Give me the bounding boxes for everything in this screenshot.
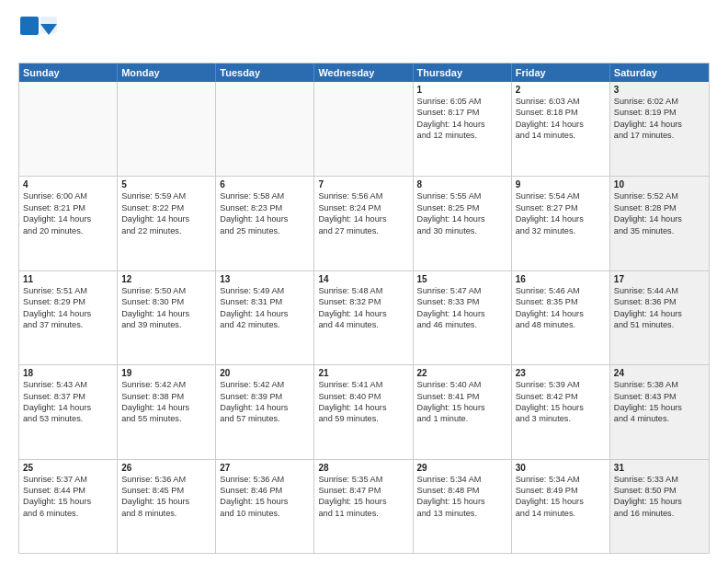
cell-text: Sunrise: 5:40 AM Sunset: 8:41 PM Dayligh…: [417, 379, 507, 425]
day-number: 30: [516, 463, 606, 473]
cell-text: Sunrise: 5:59 AM Sunset: 8:22 PM Dayligh…: [121, 190, 211, 236]
calendar-header: SundayMondayTuesdayWednesdayThursdayFrid…: [19, 63, 709, 82]
calendar-cell: 2Sunrise: 6:03 AM Sunset: 8:18 PM Daylig…: [512, 82, 610, 176]
cell-text: Sunrise: 5:37 AM Sunset: 8:44 PM Dayligh…: [23, 474, 113, 520]
day-number: 25: [23, 463, 113, 473]
logo: [18, 15, 59, 55]
day-number: 10: [614, 179, 705, 190]
calendar-cell: 26Sunrise: 5:36 AM Sunset: 8:45 PM Dayli…: [118, 460, 216, 553]
day-number: 6: [220, 179, 310, 190]
weekday-header-monday: Monday: [118, 63, 216, 82]
page: SundayMondayTuesdayWednesdayThursdayFrid…: [0, 0, 728, 563]
calendar-cell: [314, 82, 413, 176]
calendar-row-1: 1Sunrise: 6:05 AM Sunset: 8:17 PM Daylig…: [19, 82, 709, 176]
calendar-cell: 16Sunrise: 5:46 AM Sunset: 8:35 PM Dayli…: [512, 271, 610, 364]
cell-text: Sunrise: 5:36 AM Sunset: 8:45 PM Dayligh…: [121, 474, 211, 520]
cell-text: Sunrise: 5:36 AM Sunset: 8:46 PM Dayligh…: [220, 474, 310, 520]
calendar-cell: 17Sunrise: 5:44 AM Sunset: 8:36 PM Dayli…: [610, 271, 709, 364]
cell-text: Sunrise: 5:46 AM Sunset: 8:35 PM Dayligh…: [516, 285, 606, 331]
weekday-header-tuesday: Tuesday: [216, 63, 314, 82]
day-number: 19: [121, 368, 211, 378]
calendar-row-2: 4Sunrise: 6:00 AM Sunset: 8:21 PM Daylig…: [19, 176, 709, 270]
calendar-cell: 13Sunrise: 5:49 AM Sunset: 8:31 PM Dayli…: [216, 271, 314, 364]
svg-rect-0: [20, 17, 39, 35]
calendar-cell: 24Sunrise: 5:38 AM Sunset: 8:43 PM Dayli…: [610, 365, 709, 458]
calendar-cell: 14Sunrise: 5:48 AM Sunset: 8:32 PM Dayli…: [314, 271, 413, 364]
calendar: SundayMondayTuesdayWednesdayThursdayFrid…: [18, 63, 710, 554]
cell-text: Sunrise: 5:51 AM Sunset: 8:29 PM Dayligh…: [23, 285, 113, 331]
cell-text: Sunrise: 5:52 AM Sunset: 8:28 PM Dayligh…: [614, 190, 705, 236]
header: [18, 15, 710, 55]
calendar-body: 1Sunrise: 6:05 AM Sunset: 8:17 PM Daylig…: [19, 82, 709, 553]
day-number: 2: [516, 85, 606, 95]
cell-text: Sunrise: 6:03 AM Sunset: 8:18 PM Dayligh…: [516, 96, 606, 142]
calendar-cell: 4Sunrise: 6:00 AM Sunset: 8:21 PM Daylig…: [19, 177, 118, 270]
day-number: 4: [23, 179, 113, 190]
weekday-header-saturday: Saturday: [610, 63, 709, 82]
calendar-cell: 29Sunrise: 5:34 AM Sunset: 8:48 PM Dayli…: [414, 460, 512, 553]
weekday-header-friday: Friday: [512, 63, 610, 82]
day-number: 3: [614, 85, 705, 95]
day-number: 24: [614, 368, 705, 378]
calendar-cell: 28Sunrise: 5:35 AM Sunset: 8:47 PM Dayli…: [314, 460, 413, 553]
calendar-cell: 10Sunrise: 5:52 AM Sunset: 8:28 PM Dayli…: [610, 177, 709, 270]
cell-text: Sunrise: 5:41 AM Sunset: 8:40 PM Dayligh…: [318, 379, 408, 425]
cell-text: Sunrise: 5:48 AM Sunset: 8:32 PM Dayligh…: [318, 285, 408, 331]
calendar-cell: [19, 82, 118, 176]
cell-text: Sunrise: 5:42 AM Sunset: 8:39 PM Dayligh…: [220, 379, 310, 425]
day-number: 5: [121, 179, 211, 190]
day-number: 7: [318, 179, 408, 190]
day-number: 23: [516, 368, 606, 378]
calendar-row-3: 11Sunrise: 5:51 AM Sunset: 8:29 PM Dayli…: [19, 270, 709, 364]
calendar-cell: 25Sunrise: 5:37 AM Sunset: 8:44 PM Dayli…: [19, 460, 118, 553]
day-number: 8: [417, 179, 507, 190]
cell-text: Sunrise: 5:47 AM Sunset: 8:33 PM Dayligh…: [417, 285, 507, 331]
day-number: 13: [220, 274, 310, 284]
calendar-cell: 30Sunrise: 5:34 AM Sunset: 8:49 PM Dayli…: [512, 460, 610, 553]
cell-text: Sunrise: 5:58 AM Sunset: 8:23 PM Dayligh…: [220, 190, 310, 236]
day-number: 26: [121, 463, 211, 473]
calendar-cell: 15Sunrise: 5:47 AM Sunset: 8:33 PM Dayli…: [414, 271, 512, 364]
cell-text: Sunrise: 6:00 AM Sunset: 8:21 PM Dayligh…: [23, 190, 113, 236]
logo-icon: [18, 15, 59, 55]
day-number: 22: [417, 368, 507, 378]
day-number: 27: [220, 463, 310, 473]
cell-text: Sunrise: 5:55 AM Sunset: 8:25 PM Dayligh…: [417, 190, 507, 236]
day-number: 18: [23, 368, 113, 378]
day-number: 17: [614, 274, 705, 284]
weekday-header-thursday: Thursday: [414, 63, 512, 82]
cell-text: Sunrise: 5:54 AM Sunset: 8:27 PM Dayligh…: [516, 190, 606, 236]
day-number: 21: [318, 368, 408, 378]
cell-text: Sunrise: 5:43 AM Sunset: 8:37 PM Dayligh…: [23, 379, 113, 425]
day-number: 14: [318, 274, 408, 284]
cell-text: Sunrise: 6:05 AM Sunset: 8:17 PM Dayligh…: [417, 96, 507, 142]
cell-text: Sunrise: 5:34 AM Sunset: 8:48 PM Dayligh…: [417, 474, 507, 520]
cell-text: Sunrise: 5:49 AM Sunset: 8:31 PM Dayligh…: [220, 285, 310, 331]
day-number: 28: [318, 463, 408, 473]
cell-text: Sunrise: 5:35 AM Sunset: 8:47 PM Dayligh…: [318, 474, 408, 520]
day-number: 12: [121, 274, 211, 284]
calendar-cell: 1Sunrise: 6:05 AM Sunset: 8:17 PM Daylig…: [414, 82, 512, 176]
calendar-cell: 3Sunrise: 6:02 AM Sunset: 8:19 PM Daylig…: [610, 82, 709, 176]
cell-text: Sunrise: 6:02 AM Sunset: 8:19 PM Dayligh…: [614, 96, 705, 142]
calendar-cell: [118, 82, 216, 176]
calendar-cell: 8Sunrise: 5:55 AM Sunset: 8:25 PM Daylig…: [414, 177, 512, 270]
calendar-cell: 19Sunrise: 5:42 AM Sunset: 8:38 PM Dayli…: [118, 365, 216, 458]
calendar-cell: 12Sunrise: 5:50 AM Sunset: 8:30 PM Dayli…: [118, 271, 216, 364]
weekday-header-sunday: Sunday: [19, 63, 118, 82]
calendar-cell: 18Sunrise: 5:43 AM Sunset: 8:37 PM Dayli…: [19, 365, 118, 458]
cell-text: Sunrise: 5:50 AM Sunset: 8:30 PM Dayligh…: [121, 285, 211, 331]
cell-text: Sunrise: 5:42 AM Sunset: 8:38 PM Dayligh…: [121, 379, 211, 425]
cell-text: Sunrise: 5:33 AM Sunset: 8:50 PM Dayligh…: [614, 474, 705, 520]
calendar-cell: 27Sunrise: 5:36 AM Sunset: 8:46 PM Dayli…: [216, 460, 314, 553]
cell-text: Sunrise: 5:34 AM Sunset: 8:49 PM Dayligh…: [516, 474, 606, 520]
calendar-cell: 31Sunrise: 5:33 AM Sunset: 8:50 PM Dayli…: [610, 460, 709, 553]
day-number: 16: [516, 274, 606, 284]
calendar-cell: 5Sunrise: 5:59 AM Sunset: 8:22 PM Daylig…: [118, 177, 216, 270]
calendar-cell: 21Sunrise: 5:41 AM Sunset: 8:40 PM Dayli…: [314, 365, 413, 458]
day-number: 1: [417, 85, 507, 95]
cell-text: Sunrise: 5:56 AM Sunset: 8:24 PM Dayligh…: [318, 190, 408, 236]
day-number: 31: [614, 463, 705, 473]
calendar-cell: 6Sunrise: 5:58 AM Sunset: 8:23 PM Daylig…: [216, 177, 314, 270]
calendar-cell: 22Sunrise: 5:40 AM Sunset: 8:41 PM Dayli…: [414, 365, 512, 458]
